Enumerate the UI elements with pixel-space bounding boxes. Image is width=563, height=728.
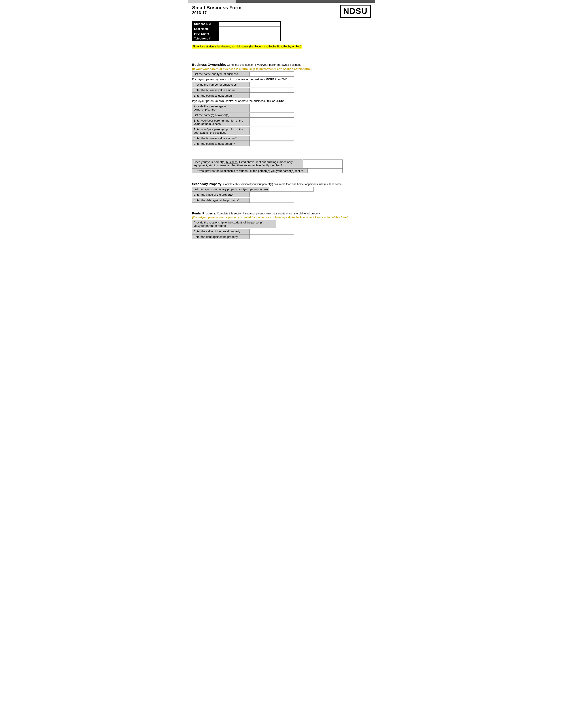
- employees-row: Provide the number of employees: [192, 82, 294, 87]
- portion-value-table: Enter your/your parent(s) portion of the…: [192, 118, 294, 126]
- business-ownership-title-sub: Complete this section if you/your parent…: [227, 63, 302, 66]
- owners-label: List the name(s) of owner(s): [192, 113, 250, 118]
- business-name-field[interactable]: [250, 72, 294, 77]
- last-name-label: Last Name: [192, 26, 219, 31]
- business-debt-star-label: Enter the business debt amount*: [192, 141, 250, 146]
- percentage-row: Provide the percentage ofownership/contr…: [192, 104, 294, 112]
- rent-question-label: Does your/your parent(s) business, liste…: [192, 159, 303, 168]
- rental-property-title-bold: Rental Property:: [192, 212, 216, 215]
- secondary-debt-field[interactable]: [250, 198, 294, 203]
- portion-value-row: Enter your/your parent(s) portion of the…: [192, 118, 294, 126]
- percentage-field[interactable]: [250, 104, 294, 112]
- portion-value-label: Enter your/your parent(s) portion of the…: [192, 118, 250, 126]
- business-debt-field[interactable]: [250, 93, 294, 98]
- business-debt-star-field[interactable]: [250, 141, 294, 146]
- form-year: 2016-17: [192, 11, 241, 15]
- more-than-50-label: If you/your parent(s) own, control or op…: [192, 77, 371, 82]
- portion-debt-table: Enter your/your parent(s) portion of the…: [192, 127, 294, 135]
- portion-debt-field[interactable]: [250, 127, 294, 135]
- secondary-value-table: Enter the value of the property*: [192, 192, 294, 197]
- secondary-property-title-sub: Complete this section if you/your parent…: [223, 183, 343, 186]
- business-value-row: Enter the business value amount: [192, 88, 294, 93]
- rental-debt-row: Enter the debt against the property: [192, 235, 294, 239]
- rental-value-field[interactable]: [250, 229, 294, 234]
- first-name-label: First Name: [192, 31, 219, 36]
- percentage-label: Provide the percentage ofownership/contr…: [192, 104, 250, 112]
- first-name-field[interactable]: [219, 31, 280, 36]
- portion-value-field[interactable]: [250, 118, 294, 126]
- business-debt-row: Enter the business debt amount: [192, 93, 294, 98]
- note-prefix: Note: [193, 45, 199, 48]
- employees-field[interactable]: [250, 82, 294, 87]
- owners-field[interactable]: [250, 113, 294, 118]
- business-value-star-field[interactable]: [250, 136, 294, 141]
- business-rent-section: Does your/your parent(s) business, liste…: [192, 159, 371, 173]
- employees-label: Provide the number of employees: [192, 82, 250, 87]
- rental-property-title-sub: Complete this section if you/your parent…: [217, 212, 321, 215]
- rental-relationship-field[interactable]: [276, 220, 321, 228]
- student-info-table: Student ID # Last Name First Name Teleph…: [192, 21, 280, 41]
- more-than-50-bold: MORE: [265, 78, 274, 81]
- rent-question-field[interactable]: [303, 159, 343, 168]
- rent-yes-row: If Yes, provide the relationship to stud…: [192, 168, 371, 173]
- secondary-property-section: Secondary Property: Complete this sectio…: [192, 182, 371, 203]
- rental-property-farm-note: (If your/your parent(s) rental property …: [192, 216, 371, 219]
- rental-debt-field[interactable]: [250, 235, 294, 239]
- business-value-star-table: Enter the business value amount*: [192, 136, 294, 141]
- secondary-type-field[interactable]: [269, 187, 314, 192]
- student-id-field[interactable]: [219, 22, 280, 26]
- secondary-debt-table: Enter the debt against the property*: [192, 198, 294, 203]
- rent-question-row: Does your/your parent(s) business, liste…: [192, 159, 371, 168]
- business-value-field[interactable]: [250, 88, 294, 93]
- business-name-table: List the name and type of business: [192, 71, 294, 77]
- student-id-label: Student ID #: [192, 22, 219, 26]
- last-name-row: Last Name: [192, 26, 280, 31]
- business-value-label: Enter the business value amount: [192, 88, 250, 93]
- business-name-label: List the name and type of business: [192, 72, 250, 77]
- telephone-row: Telephone #: [192, 36, 280, 41]
- business-ownership-title: Business Ownership: Complete this sectio…: [192, 63, 371, 66]
- business-value-star-row: Enter the business value amount*: [192, 136, 294, 141]
- employees-table: Provide the number of employees: [192, 82, 294, 87]
- business-value-star-label: Enter the business value amount*: [192, 136, 250, 141]
- rent-yes-label: If Yes, provide the relationship to stud…: [192, 168, 307, 173]
- business-debt-label: Enter the business debt amount: [192, 93, 250, 98]
- portion-debt-label: Enter your/your parent(s) portion of the…: [192, 127, 250, 135]
- business-ownership-farm-note: (If your/your parent(s) business is a fa…: [192, 67, 371, 71]
- percentage-table: Provide the percentage ofownership/contr…: [192, 104, 294, 112]
- rental-relationship-row: Provide the relationship to the student,…: [192, 220, 321, 228]
- business-debt-star-row: Enter the business debt amount*: [192, 141, 294, 146]
- business-debt-star-table: Enter the business debt amount*: [192, 141, 294, 146]
- business-name-row: List the name and type of business: [192, 72, 294, 77]
- note-bar: Note: Use student's legal name, not nick…: [192, 45, 302, 49]
- less-50-label: If you/your parent(s) own, control or op…: [192, 99, 371, 103]
- student-id-row: Student ID #: [192, 22, 280, 26]
- header-tabs: [188, 0, 375, 3]
- rent-yes-field[interactable]: [307, 168, 343, 173]
- header-title-block: Small Business Form 2016-17: [192, 5, 241, 15]
- owners-row: List the name(s) of owner(s): [192, 113, 294, 118]
- secondary-property-title: Secondary Property: Complete this sectio…: [192, 182, 371, 186]
- last-name-field[interactable]: [219, 26, 280, 31]
- business-debt-table: Enter the business debt amount: [192, 93, 294, 98]
- owners-table: List the name(s) of owner(s): [192, 113, 294, 118]
- header: Small Business Form 2016-17 NDSU: [188, 3, 375, 19]
- form-title: Small Business Form: [192, 5, 241, 11]
- header-left-tab: [188, 0, 236, 3]
- business-ownership-title-bold: Business Ownership:: [192, 63, 226, 66]
- header-right-tab: [236, 0, 375, 3]
- rental-relationship-label: Provide the relationship to the student,…: [192, 220, 276, 228]
- rental-value-row: Enter the value of the rental property: [192, 229, 294, 234]
- secondary-value-field[interactable]: [250, 192, 294, 197]
- secondary-value-label: Enter the value of the property*: [192, 192, 250, 197]
- secondary-debt-label: Enter the debt against the property*: [192, 198, 250, 203]
- rental-relationship-table: Provide the relationship to the student,…: [192, 220, 321, 228]
- ndsu-logo: NDSU: [340, 5, 371, 18]
- rental-debt-label: Enter the debt against the property: [192, 235, 250, 239]
- rental-value-table: Enter the value of the rental property: [192, 229, 294, 234]
- telephone-field[interactable]: [219, 36, 280, 41]
- secondary-debt-row: Enter the debt against the property*: [192, 198, 294, 203]
- rental-debt-table: Enter the debt against the property: [192, 234, 294, 239]
- secondary-type-label: List the type of secondary property you/…: [192, 187, 269, 192]
- rental-value-label: Enter the value of the rental property: [192, 229, 250, 234]
